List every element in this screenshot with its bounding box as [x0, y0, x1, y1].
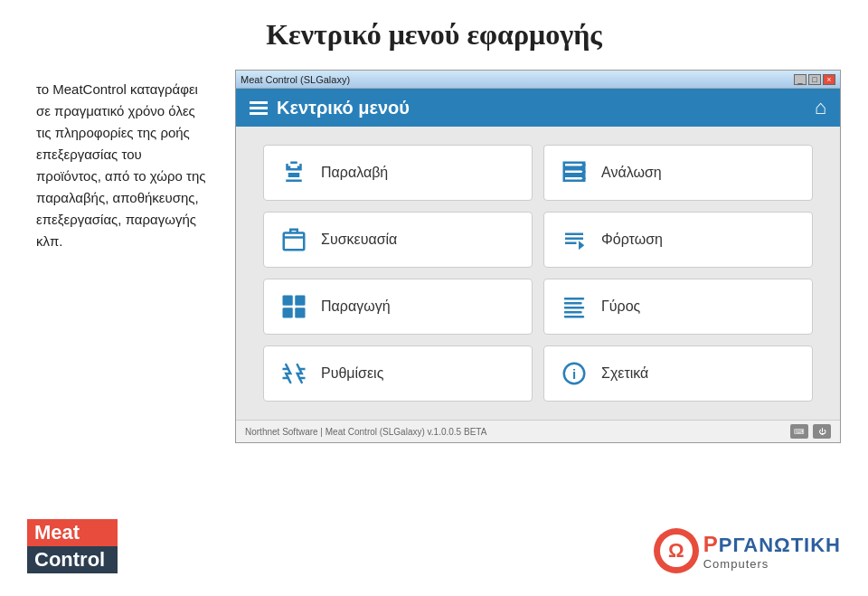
gyros-icon	[558, 290, 590, 323]
sxetika-label: Σχετικά	[601, 365, 648, 382]
meat-control-logo: Meat Control	[27, 519, 118, 582]
title-bar-controls: _ □ ×	[794, 74, 835, 85]
app-menu-grid: Παραλαβή Ανάλωση	[236, 127, 840, 420]
footer-text: Northnet Software | Meat Control (SLGala…	[245, 427, 486, 437]
consume-icon	[558, 156, 590, 189]
info-icon: i	[558, 357, 590, 390]
power-icon[interactable]: ⏻	[813, 424, 831, 439]
main-content: το MeatControl καταγράφει σε πραγματικό …	[0, 61, 868, 452]
settings-icon	[278, 357, 310, 390]
menu-btn-sxetika[interactable]: i Σχετικά	[543, 345, 813, 402]
svg-text:i: i	[572, 366, 576, 382]
svg-rect-4	[295, 307, 305, 317]
home-icon[interactable]: ⌂	[815, 96, 826, 119]
page-title: Κεντρικό μενού εφαρμογής	[0, 0, 868, 61]
app-header: Κεντρικό μενού ⌂	[236, 89, 840, 127]
menu-btn-paralavi[interactable]: Παραλαβή	[263, 145, 533, 201]
org-sub: Computers	[703, 557, 841, 571]
app-window: Meat Control (SLGalaxy) _ □ × Κεντρικό μ…	[235, 70, 841, 443]
svg-rect-2	[295, 296, 305, 306]
bottom-bar: Meat Control Ω ΡΡΓΑΝΩΤΙΚΗ Computers	[0, 506, 868, 596]
minimize-button[interactable]: _	[794, 74, 807, 85]
org-circle: Ω	[654, 528, 699, 573]
header-left: Κεντρικό μενού	[250, 98, 410, 118]
analosi-label: Ανάλωση	[601, 165, 662, 181]
close-button[interactable]: ×	[823, 74, 835, 85]
organotiki-logo: Ω ΡΡΓΑΝΩΤΙΚΗ Computers	[654, 528, 841, 573]
menu-btn-gyros[interactable]: Γύρος	[543, 279, 813, 335]
paragogi-label: Παραγωγή	[321, 298, 391, 315]
logo-control-text: Control	[27, 546, 118, 573]
app-footer: Northnet Software | Meat Control (SLGala…	[236, 420, 840, 442]
fortosi-label: Φόρτωση	[601, 232, 663, 248]
hamburger-icon[interactable]	[250, 101, 268, 115]
footer-icons: ⌨ ⏻	[790, 424, 831, 439]
rythmiseis-label: Ρυθμίσεις	[321, 365, 383, 382]
window-title: Meat Control (SLGalaxy)	[241, 74, 350, 85]
org-text: ΡΡΓΑΝΩΤΙΚΗ Computers	[703, 532, 841, 571]
org-name: ΡΡΓΑΝΩΤΙΚΗ	[703, 532, 841, 557]
package-icon	[278, 223, 310, 256]
svg-rect-0	[284, 233, 305, 251]
left-description: το MeatControl καταγράφει σε πραγματικό …	[36, 70, 208, 443]
menu-btn-rythmiseis[interactable]: Ρυθμίσεις	[263, 345, 533, 402]
title-bar: Meat Control (SLGalaxy) _ □ ×	[236, 71, 840, 89]
org-logo-top: Ω ΡΡΓΑΝΩΤΙΚΗ Computers	[654, 528, 841, 573]
menu-btn-paragogi[interactable]: Παραγωγή	[263, 279, 533, 335]
syskeuasia-label: Συσκευασία	[321, 232, 397, 248]
load-icon	[558, 223, 590, 256]
production-icon	[278, 290, 310, 323]
menu-btn-fortosi[interactable]: Φόρτωση	[543, 212, 813, 268]
maximize-button[interactable]: □	[808, 74, 821, 85]
logo-meat-text: Meat	[27, 519, 118, 546]
gyros-label: Γύρος	[601, 298, 640, 315]
menu-btn-syskeuasia[interactable]: Συσκευασία	[263, 212, 533, 268]
keyboard-icon[interactable]: ⌨	[790, 424, 808, 439]
svg-rect-1	[283, 296, 293, 306]
svg-rect-3	[283, 307, 293, 317]
menu-btn-analosi[interactable]: Ανάλωση	[543, 145, 813, 201]
receive-icon	[278, 156, 310, 189]
org-circle-inner: Ω	[660, 535, 693, 567]
app-header-title: Κεντρικό μενού	[277, 98, 410, 118]
paralavi-label: Παραλαβή	[321, 165, 388, 181]
